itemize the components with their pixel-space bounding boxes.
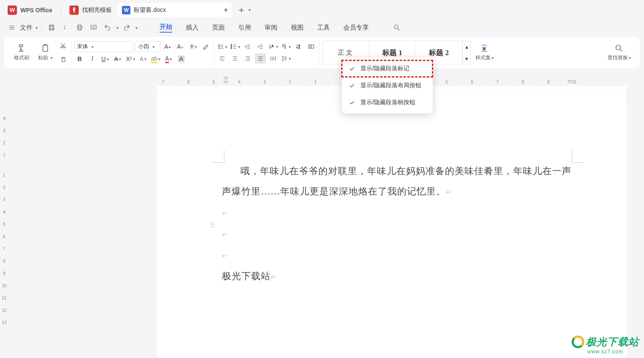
- copy-icon[interactable]: [58, 54, 69, 64]
- print-preview-icon[interactable]: [88, 22, 100, 33]
- sep: [41, 24, 42, 31]
- svg-text:A: A: [271, 44, 274, 48]
- paragraph[interactable]: 极光下载站↵: [222, 266, 576, 287]
- ctx-label: 显示/隐藏段落布局按钮: [360, 82, 421, 89]
- undo-icon[interactable]: [102, 22, 113, 33]
- highlight-button[interactable]: ab▾: [150, 54, 161, 64]
- cut-icon[interactable]: [58, 41, 69, 51]
- gallery-scroll[interactable]: ▴ ▾: [462, 41, 470, 64]
- svg-text:3: 3: [231, 47, 232, 49]
- styleset-label: 样式集▾: [475, 54, 494, 61]
- undo-caret-icon[interactable]: ▾: [116, 25, 119, 30]
- grow-font-icon[interactable]: A+: [162, 42, 173, 52]
- svg-text:A: A: [483, 47, 486, 51]
- paragraph[interactable]: ↵: [222, 224, 576, 245]
- new-tab-button[interactable]: ＋: [237, 6, 246, 15]
- ribbon: 格式刷 粘贴 ▾ 宋体▾ 小四▾ A+ A− 变▾ B I U▾ A: [4, 37, 640, 68]
- paragraph[interactable]: 哦，年味儿在爷爷的对联里，年味儿在妈妈准备的美味佳肴里，年味儿在一声声爆竹里………: [222, 161, 576, 203]
- svg-text:A: A: [299, 44, 300, 47]
- strike-button[interactable]: A▾: [112, 54, 123, 64]
- vertical-ruler: 432112345678910111213: [0, 74, 8, 358]
- share-icon[interactable]: [60, 22, 72, 33]
- gallery-up-icon[interactable]: ▴: [463, 41, 470, 53]
- menu-insert[interactable]: 插入: [186, 24, 199, 32]
- char-shading-button[interactable]: A: [176, 54, 187, 64]
- line-spacing-button[interactable]: ▾: [280, 53, 291, 64]
- clear-format-icon[interactable]: [200, 42, 211, 52]
- menu-toggle-marks[interactable]: 显示/隐藏段落标记: [342, 60, 433, 77]
- underline-button[interactable]: U▾: [100, 54, 111, 64]
- redo-caret-icon[interactable]: ▾: [135, 25, 138, 30]
- search-icon[interactable]: [391, 22, 403, 33]
- menu-toggle-handle-btn[interactable]: 显示/隐藏段落柄按钮: [342, 94, 433, 111]
- menu-view[interactable]: 视图: [291, 24, 304, 32]
- menu-review[interactable]: 审阅: [265, 24, 277, 32]
- check-icon: [348, 99, 355, 106]
- numbering-button[interactable]: 123▾: [229, 42, 240, 52]
- right-indent-icon[interactable]: [567, 77, 572, 85]
- bullets-button[interactable]: ▾: [217, 42, 228, 52]
- menu-member[interactable]: 会员专享: [343, 24, 369, 32]
- file-menu[interactable]: 文件: [20, 24, 33, 32]
- bold-button[interactable]: B: [74, 54, 85, 64]
- tab-templates[interactable]: 找稻壳模板: [65, 3, 116, 17]
- decrease-indent-button[interactable]: [242, 42, 253, 52]
- font-effects-button[interactable]: A▾: [138, 54, 149, 64]
- app-title: WPS Office: [20, 7, 52, 14]
- menu-toggle-layout-btn[interactable]: 显示/隐藏段落布局按钮: [342, 77, 433, 94]
- tab-document[interactable]: W 盼望着.docx: [118, 3, 231, 17]
- swirl-icon: [572, 336, 584, 348]
- hamburger-icon[interactable]: [6, 22, 18, 33]
- tabstops-button[interactable]: [306, 42, 317, 52]
- italic-button[interactable]: I: [87, 54, 98, 64]
- styleset-button[interactable]: A 样式集▾: [472, 39, 497, 66]
- font-name-combo[interactable]: 宋体▾: [74, 41, 133, 52]
- find-replace-button[interactable]: 查找替换▾: [604, 39, 634, 66]
- page[interactable]: 哦，年味儿在爷爷的对联里，年味儿在妈妈准备的美味佳肴里，年味儿在一声声爆竹里………: [157, 91, 627, 358]
- paragraph-handle-icon[interactable]: ⠿: [210, 221, 214, 229]
- tab-menu-caret-icon[interactable]: ▾: [249, 8, 251, 12]
- pilcrow-icon: ↵: [271, 273, 276, 280]
- increase-indent-button[interactable]: [255, 42, 266, 52]
- pilcrow-icon: ↵: [222, 210, 228, 217]
- para-marks-button[interactable]: ▾: [280, 42, 291, 52]
- paragraph[interactable]: ↵: [222, 245, 576, 266]
- distribute-button[interactable]: [268, 53, 279, 64]
- phonetic-guide-icon[interactable]: 变▾: [188, 42, 199, 52]
- app-tab-wps[interactable]: W WPS Office: [3, 3, 59, 17]
- align-right-button[interactable]: [242, 53, 253, 64]
- menu-page[interactable]: 页面: [212, 24, 225, 32]
- font-size-combo[interactable]: 小四▾: [135, 41, 160, 52]
- format-painter-button[interactable]: 格式刷: [10, 39, 33, 66]
- svg-point-16: [616, 45, 621, 50]
- font-color-button[interactable]: A▾: [163, 54, 174, 64]
- paste-button[interactable]: 粘贴 ▾: [34, 39, 57, 66]
- indent-marker-icon[interactable]: [223, 76, 229, 86]
- sort-button[interactable]: AZ: [293, 42, 304, 52]
- margin-corner-tr-icon: [572, 150, 584, 163]
- title-bar: W WPS Office 找稻壳模板 W 盼望着.docx ＋ ▾: [0, 0, 644, 18]
- align-center-button[interactable]: [229, 53, 240, 64]
- save-icon[interactable]: [46, 22, 58, 33]
- menu-bar: 文件 ▾ ▾ ▾ 开始 插入 页面 引用 审阅 视图 工具 会员专享: [0, 18, 644, 37]
- file-caret-icon[interactable]: ▾: [36, 25, 38, 30]
- pilcrow-icon: ↵: [222, 252, 228, 259]
- align-left-button[interactable]: [217, 53, 228, 64]
- print-icon[interactable]: [74, 22, 86, 33]
- shrink-font-icon[interactable]: A−: [175, 42, 186, 52]
- svg-rect-1: [43, 45, 48, 52]
- text-direction-button[interactable]: A▾: [268, 42, 279, 52]
- paragraph[interactable]: ↵: [222, 203, 576, 224]
- pilcrow-icon: ↵: [222, 231, 228, 238]
- menu-ref[interactable]: 引用: [238, 24, 251, 32]
- redo-icon[interactable]: [121, 22, 133, 33]
- check-icon: [348, 82, 355, 89]
- menu-tools[interactable]: 工具: [317, 24, 330, 32]
- svg-point-5: [218, 44, 219, 45]
- gallery-down-icon[interactable]: ▾: [463, 53, 470, 64]
- superscript-button[interactable]: X²▾: [125, 54, 136, 64]
- tab-label: 找稻壳模板: [82, 6, 112, 14]
- menu-start[interactable]: 开始: [160, 23, 172, 33]
- doc-viewport[interactable]: 7654321 12345678910 哦，年味儿在爷爷的对联里，年味儿在妈妈准…: [8, 74, 644, 358]
- align-justify-button[interactable]: [255, 53, 266, 64]
